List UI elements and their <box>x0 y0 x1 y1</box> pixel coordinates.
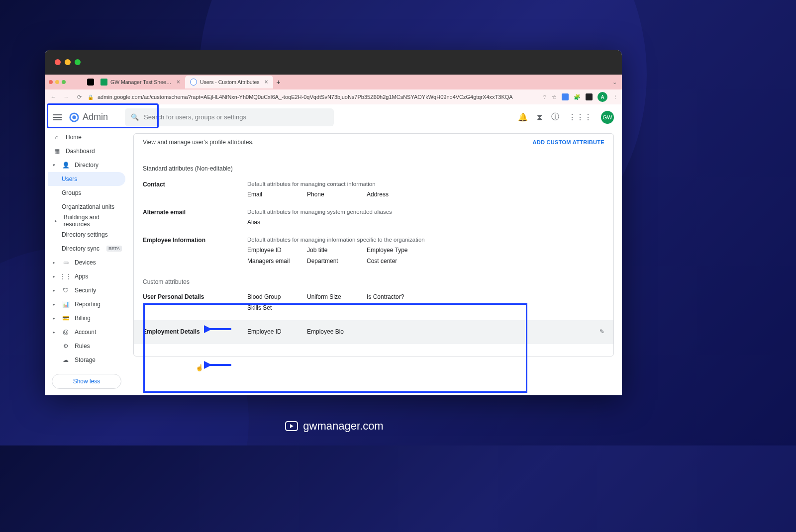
annotation-arrow-1 <box>204 325 234 333</box>
minimize-window-icon[interactable] <box>65 59 71 65</box>
sidebar-item-users[interactable]: Users <box>48 172 125 186</box>
sidebar-item-security[interactable]: ▸ 🛡 Security <box>48 283 125 297</box>
reload-button[interactable]: ⟳ <box>75 94 84 100</box>
attr-field: Address <box>367 191 426 198</box>
attr-field: Email <box>247 191 307 198</box>
attr-field: Employee Type <box>367 247 426 254</box>
person-icon: 👤 <box>62 161 70 169</box>
profile-avatar[interactable]: A <box>597 92 607 102</box>
puzzle-icon[interactable]: 🧩 <box>574 94 581 100</box>
hourglass-icon[interactable]: ⧗ <box>537 113 542 122</box>
close-tab-icon[interactable]: × <box>177 79 180 86</box>
sidebar-item-label: Directory settings <box>62 231 108 238</box>
cursor-pointer-icon: ☝ <box>196 364 203 371</box>
caret-right-icon: ▸ <box>53 302 57 307</box>
play-icon <box>285 421 298 431</box>
sidebar-item-org-units[interactable]: Organizational units <box>48 200 125 214</box>
shield-icon: 🛡 <box>62 286 70 294</box>
card-icon: 💳 <box>62 314 70 322</box>
attr-field: Managers email <box>247 258 307 265</box>
sidebar-item-account[interactable]: ▸ @ Account <box>48 325 125 339</box>
standard-caption: Standard attributes (Non-editable) <box>143 156 604 174</box>
chart-icon: 📊 <box>62 300 70 308</box>
attr-field: Uniform Size <box>307 293 367 300</box>
url-text[interactable]: admin.google.com/ac/customschema?rapt=AE… <box>98 94 538 100</box>
attr-name: Contact <box>143 181 247 198</box>
sidebar-item-label: Buildings and resources <box>64 214 125 228</box>
at-icon: @ <box>62 328 70 336</box>
window-controls[interactable] <box>55 59 81 65</box>
extension-icon[interactable] <box>562 93 569 100</box>
sidebar-item-label: Devices <box>75 259 96 266</box>
search-icon: 🔍 <box>131 113 139 121</box>
sidebar-item-label: Home <box>66 134 82 141</box>
sidebar-item-directory[interactable]: ▾ 👤 Directory <box>48 158 125 172</box>
apps-grid-icon[interactable]: ⋮⋮⋮ <box>568 112 592 122</box>
tabstrip-chevron-icon[interactable]: ⌄ <box>612 79 617 86</box>
sidebar-item-home[interactable]: ⌂ Home <box>48 130 125 144</box>
sidebar-item-billing[interactable]: ▸ 💳 Billing <box>48 311 125 325</box>
attr-field: Employee Bio <box>307 328 367 335</box>
forward-button[interactable]: → <box>62 94 71 100</box>
attr-field: Cost center <box>367 258 426 265</box>
tab-title: Users - Custom Attributes <box>200 79 260 85</box>
kebab-menu-icon[interactable]: ⋮ <box>612 94 618 100</box>
sidebar-item-label: Apps <box>75 273 88 280</box>
new-tab-button[interactable]: + <box>273 78 284 86</box>
custom-attr-user-personal[interactable]: User Personal Details Blood Group Unifor… <box>143 285 604 320</box>
notifications-icon[interactable]: 🔔 <box>518 112 528 122</box>
sidebar-item-dir-settings[interactable]: Directory settings <box>48 228 125 242</box>
sidebar-item-rules[interactable]: ⚙ Rules <box>48 339 125 353</box>
caret-right-icon: ▸ <box>55 218 59 223</box>
attr-field: Phone <box>307 191 367 198</box>
sidebar-item-groups[interactable]: Groups <box>48 186 125 200</box>
extension-icon-2[interactable] <box>586 93 593 100</box>
browser-urlbar: ← → ⟳ 🔒 admin.google.com/ac/customschema… <box>45 89 622 104</box>
standard-attr-alt-email: Alternate email Default attributes for m… <box>143 202 604 230</box>
sidebar-item-dashboard[interactable]: ▦ Dashboard <box>48 144 125 158</box>
brand[interactable]: Admin <box>69 112 108 123</box>
sidebar-item-reporting[interactable]: ▸ 📊 Reporting <box>48 297 125 311</box>
attr-name: User Personal Details <box>143 293 247 300</box>
close-window-icon[interactable] <box>55 59 61 65</box>
main-content: View and manage user's profile attribute… <box>128 130 622 395</box>
attr-field: Employee ID <box>247 328 307 335</box>
account-avatar[interactable]: GW <box>601 111 614 124</box>
search-input[interactable]: 🔍 Search for users, groups or settings <box>125 108 334 126</box>
show-less-button[interactable]: Show less <box>52 374 121 389</box>
window-titlebar <box>45 50 622 75</box>
browser-tab-active[interactable]: Users - Custom Attributes × <box>185 76 273 89</box>
sidebar-item-label: Users <box>62 176 77 182</box>
sidebar-item-apps[interactable]: ▸ ⋮⋮ Apps <box>48 269 125 283</box>
share-icon[interactable]: ⇧ <box>542 94 547 100</box>
star-icon[interactable]: ☆ <box>552 94 557 100</box>
card-overview: View and manage user's profile attribute… <box>143 139 254 146</box>
hamburger-menu-icon[interactable] <box>53 114 62 120</box>
sidebar-item-label: Storage <box>75 356 96 363</box>
browser-window: GW Manager Test Sheet - Goo × Users - Cu… <box>45 50 622 395</box>
sidebar-item-label: Directory <box>75 162 99 169</box>
sidebar-item-buildings[interactable]: ▸ Buildings and resources <box>48 214 125 228</box>
caret-right-icon: ▸ <box>53 330 57 335</box>
rules-icon: ⚙ <box>62 342 70 350</box>
sidebar-item-label: Dashboard <box>66 148 95 155</box>
watermark: gwmanager.com <box>0 420 669 433</box>
back-button[interactable]: ← <box>49 94 58 100</box>
sidebar-item-label: Reporting <box>75 301 100 308</box>
attr-field: Is Contractor? <box>367 293 426 300</box>
add-custom-attribute-link[interactable]: ADD CUSTOM ATTRIBUTE <box>532 139 604 145</box>
sidebar-item-storage[interactable]: ☁ Storage <box>48 353 125 367</box>
browser-tabstrip: GW Manager Test Sheet - Goo × Users - Cu… <box>45 75 622 89</box>
sidebar-item-devices[interactable]: ▸ ▭ Devices <box>48 256 125 269</box>
close-tab-icon[interactable]: × <box>265 79 268 86</box>
maximize-window-icon[interactable] <box>75 59 81 65</box>
attr-field: Employee ID <box>247 247 307 254</box>
help-icon[interactable]: ⓘ <box>551 112 559 122</box>
notion-favicon <box>87 79 94 86</box>
edit-pencil-icon[interactable]: ✎ <box>599 328 604 335</box>
browser-tab[interactable]: GW Manager Test Sheet - Goo × <box>96 76 185 89</box>
sidebar-item-dir-sync[interactable]: Directory sync BETA <box>48 242 125 256</box>
sidebar-item-label: Groups <box>62 189 81 196</box>
svg-point-1 <box>72 115 76 119</box>
attr-field: Alias <box>247 219 307 226</box>
